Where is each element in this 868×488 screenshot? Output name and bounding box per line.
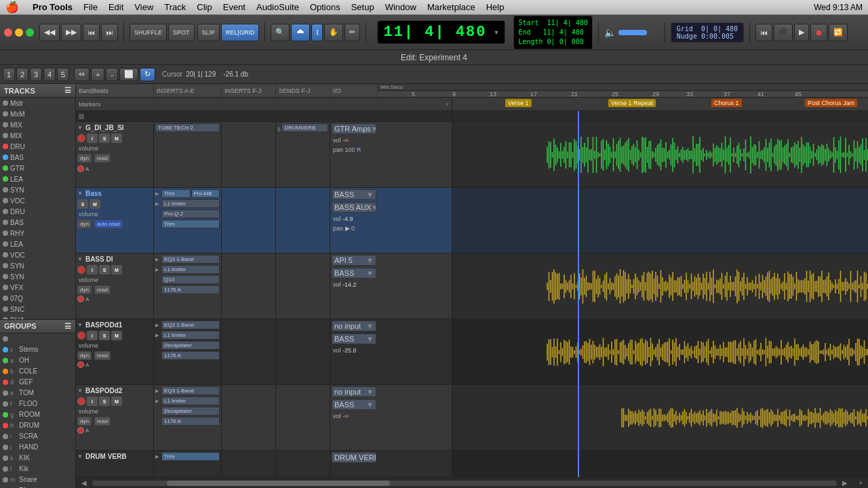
drumverb-io[interactable]: DRUM VERB ▼: [332, 452, 376, 463]
menu-event[interactable]: Event: [223, 2, 245, 12]
zoom-tool-button[interactable]: 🔍: [271, 24, 290, 41]
menu-setup[interactable]: Setup: [351, 2, 374, 12]
track-list-item[interactable]: SYN: [0, 271, 75, 282]
menu-file[interactable]: File: [83, 2, 98, 12]
track-list-item[interactable]: DUA: [0, 314, 75, 320]
scroll-left-btn[interactable]: ◀: [79, 479, 90, 487]
baspod2-io-noinput[interactable]: no input ▼: [332, 386, 376, 397]
verse1-marker[interactable]: Verse 1: [505, 99, 532, 107]
track-list-item[interactable]: SYN: [0, 260, 75, 271]
tracks-menu-icon[interactable]: ☰: [64, 86, 71, 95]
zoom-3-button[interactable]: 3: [30, 68, 42, 81]
track-list-item[interactable]: MIX: [0, 119, 75, 130]
group-list-item[interactable]: cStems: [0, 344, 75, 355]
gdi-insert-tubetec[interactable]: TUBE TECH 2: [155, 123, 220, 132]
menu-window[interactable]: Window: [385, 2, 416, 12]
verse1-repeat-marker[interactable]: Verse 1 Repeat: [608, 99, 656, 107]
bass-insert-proq[interactable]: Pro-Q 2: [161, 209, 220, 218]
group-list-item[interactable]: fFLOO: [0, 399, 75, 409]
menu-track[interactable]: Track: [164, 2, 186, 12]
baspod1-input-btn[interactable]: I: [87, 331, 98, 340]
bass-insert-trim[interactable]: Trim: [161, 189, 191, 198]
track-list-item[interactable]: MIX: [0, 130, 75, 141]
menu-view[interactable]: View: [134, 2, 153, 12]
zoom-1-button[interactable]: 1: [3, 68, 15, 81]
bassdi-solo-btn[interactable]: S: [99, 265, 110, 274]
menu-audiosuite[interactable]: AudioSuite: [256, 2, 299, 12]
bassdi-insert-eq3[interactable]: EQ3 1-Band: [161, 255, 220, 264]
baspod1-insert-eq3[interactable]: EQ3 1-Band: [161, 321, 220, 329]
baspod2-insert-eq3[interactable]: EQ3 1-Band: [161, 386, 220, 395]
drumverb-expand[interactable]: ▼: [77, 453, 83, 460]
track-list-item[interactable]: VOC: [0, 195, 75, 206]
baspod1-expand[interactable]: ▼: [77, 322, 83, 328]
track-list-item[interactable]: BAS: [0, 152, 75, 163]
baspod2-input-btn[interactable]: I: [87, 396, 98, 406]
gdi-dyn-btn[interactable]: dyn: [77, 154, 92, 163]
bassdi-expand[interactable]: ▼: [77, 256, 83, 262]
bass-solo-btn[interactable]: S: [77, 199, 88, 209]
baspod2-mute-btn[interactable]: M: [111, 396, 122, 406]
group-list-item[interactable]: eTOM: [0, 388, 75, 399]
baspod2-insert-1176[interactable]: 1176 A: [161, 417, 220, 426]
track-list-item[interactable]: SYN: [0, 184, 75, 195]
baspod1-solo-btn[interactable]: S: [99, 331, 110, 340]
loop-selection-button[interactable]: ↻: [140, 68, 155, 81]
bass-insert-l1[interactable]: L1 limiter: [161, 199, 220, 208]
group-list-item[interactable]: [0, 333, 75, 344]
zoom-out-button[interactable]: -: [106, 68, 118, 81]
baspod2-insert-decap[interactable]: Decapitator: [161, 407, 220, 415]
baspod2-io-bass[interactable]: BASS ▼: [332, 399, 376, 410]
baspod1-io-bass[interactable]: BASS ▼: [332, 333, 376, 344]
add-marker-button[interactable]: +: [446, 101, 449, 108]
track-list-item[interactable]: Mstr: [0, 98, 75, 108]
drumverb-insert-trim[interactable]: Trim: [161, 452, 220, 461]
bassdi-dyn-btn[interactable]: dyn: [77, 285, 92, 294]
track-list-item[interactable]: LEA: [0, 239, 75, 249]
baspod1-insert-l1[interactable]: L1 limiter: [161, 331, 220, 340]
gdi-input-btn[interactable]: I: [87, 134, 98, 143]
baspod1-read-btn[interactable]: read: [94, 351, 111, 360]
menu-protools[interactable]: Pro Tools: [33, 2, 73, 12]
shuffle-button[interactable]: SHUFFLE: [130, 24, 167, 41]
play-button[interactable]: ▶: [794, 24, 809, 41]
menu-clip[interactable]: Clip: [197, 2, 212, 12]
baspod1-rec-btn[interactable]: [77, 331, 85, 340]
selector-tool-button[interactable]: I: [311, 24, 323, 41]
bassdi-insert-l1[interactable]: L1 limiter: [161, 265, 220, 274]
bassdi-insert-1176[interactable]: 1176 A: [161, 285, 220, 294]
add-track-btn[interactable]: +: [856, 479, 865, 487]
group-list-item[interactable]: lKik: [0, 464, 75, 474]
baspod2-dyn-btn[interactable]: dyn: [77, 417, 92, 426]
maximize-button[interactable]: [26, 28, 34, 37]
zoom-5-button[interactable]: 5: [57, 68, 69, 81]
stop-button[interactable]: ⬛: [774, 24, 793, 41]
bass-mute-btn[interactable]: M: [90, 199, 100, 209]
bassdi-io-bass[interactable]: BASS ▼: [332, 268, 376, 279]
grabber-tool-button[interactable]: ✋: [324, 24, 343, 41]
track-list-item[interactable]: 07Q: [0, 293, 75, 304]
baspod2-read-btn[interactable]: read: [94, 417, 111, 426]
minimize-button[interactable]: [15, 28, 23, 37]
baspod1-dyn-btn[interactable]: dyn: [77, 351, 92, 360]
transport-counter[interactable]: 11| 4| 480 ▼: [377, 20, 505, 44]
group-list-item[interactable]: mSnare: [0, 474, 75, 485]
groups-menu-icon[interactable]: ☰: [64, 322, 71, 331]
group-list-item[interactable]: aOH: [0, 355, 75, 366]
baspod1-mute-btn[interactable]: M: [111, 331, 122, 340]
baspod1-insert-decap[interactable]: Decapitator: [161, 341, 220, 350]
gdi-rec-btn[interactable]: [77, 134, 85, 142]
baspod2-solo-btn[interactable]: S: [99, 396, 110, 406]
spot-button[interactable]: SPOT: [168, 24, 195, 41]
group-list-item[interactable]: hDRUM: [0, 420, 75, 431]
bassdi-read-btn[interactable]: read: [94, 285, 111, 294]
loop-button[interactable]: 🔁: [829, 24, 848, 41]
group-list-item[interactable]: iSCRA: [0, 431, 75, 442]
volume-slider[interactable]: [618, 30, 659, 35]
menu-options[interactable]: Options: [310, 2, 340, 12]
bass-dyn-btn[interactable]: dyn: [77, 220, 92, 228]
bass-insert-trim2[interactable]: Trim: [161, 220, 220, 228]
track-list-item[interactable]: VOC: [0, 249, 75, 260]
bassdi-mute-btn[interactable]: M: [111, 265, 122, 274]
timeline-scrollbar[interactable]: [92, 481, 837, 486]
